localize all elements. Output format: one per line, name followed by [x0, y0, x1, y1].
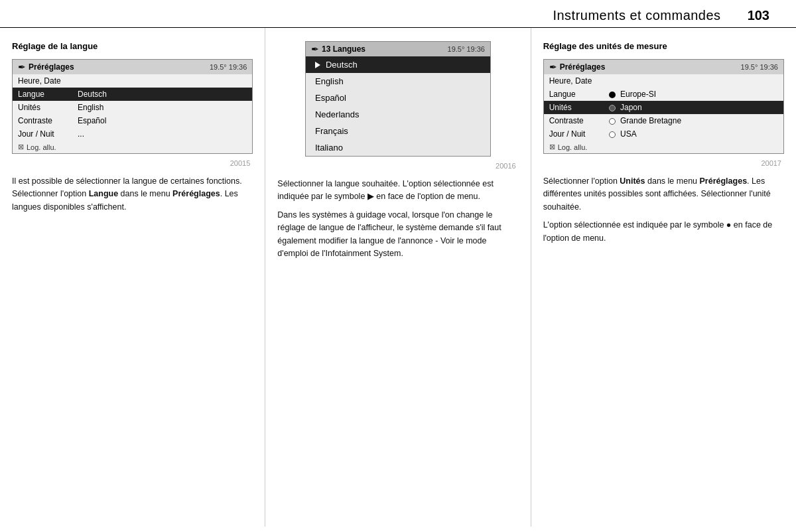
units-screen-icon: ✒ — [549, 62, 557, 72]
lang-screen-header: ✒ 13 Langues 19.5° 19:36 — [306, 42, 490, 56]
col1-body-para: Il est possible de sélectionner la langu… — [12, 175, 253, 214]
lang-item-francais: Français — [306, 123, 490, 139]
units-screen-title: Préréglages — [560, 62, 741, 72]
screen1-row1-label: Heure, Date — [18, 76, 71, 86]
screen1-row2-value: Deutsch — [78, 90, 107, 99]
units-row3-value: Japon — [609, 103, 642, 112]
lang-label-english: English — [315, 76, 344, 86]
play-icon-deutsch — [315, 62, 320, 68]
screen1-row-1: Heure, Date — [13, 74, 252, 88]
page-number: 103 — [748, 8, 769, 23]
screen1-image-number: 20015 — [12, 158, 253, 168]
screen1-header: ✒ Préréglages 19.5° 19:36 — [13, 60, 252, 74]
radio-filled-icon — [609, 92, 616, 98]
radio-empty-usa — [609, 131, 616, 138]
lang-screen-icon: ✒ — [311, 44, 319, 54]
lang-item-deutsch: Deutsch — [306, 56, 490, 73]
units-log-icon: ⊠ — [549, 143, 555, 151]
screen1-row5-value: ... — [78, 129, 84, 139]
screen1-row4-label: Contraste — [18, 116, 71, 125]
page-title: Instruments et commandes — [553, 8, 720, 23]
lang-label-deutsch: Deutsch — [326, 60, 358, 70]
screen1-row-3: Unités English — [13, 101, 252, 114]
column-1: Réglage de la langue ✒ Préréglages 19.5°… — [0, 28, 265, 527]
units-screen-image-number: 20017 — [543, 158, 784, 168]
col3-body: Sélectionner l'option Unités dans le men… — [543, 175, 784, 245]
units-row2-label: Langue — [549, 90, 602, 99]
radio-empty-japon — [609, 105, 616, 111]
col3-body-para-2: L'option sélectionnée est indiquée par l… — [543, 219, 784, 245]
screen1-row4-value: Español — [78, 116, 106, 125]
lang-label-italiano: Italiano — [315, 143, 343, 153]
lang-item-espanol: Español — [306, 90, 490, 106]
units-row4-value: Grande Bretagne — [609, 116, 681, 125]
screen1-row3-value: English — [78, 103, 103, 112]
units-screen: ✒ Préréglages 19.5° 19:36 Heure, Date La… — [543, 59, 784, 154]
units-row3-label: Unités — [549, 103, 602, 112]
lang-label-espanol: Español — [315, 93, 346, 103]
lang-item-nederlands: Nederlands — [306, 106, 490, 123]
units-row-2: Langue Europe-SI — [544, 88, 783, 101]
screen1-icon: ✒ — [18, 62, 26, 72]
col2-body-para-1: Sélectionner la langue souhaitée. L'opti… — [277, 178, 518, 204]
lang-label-francais: Français — [315, 126, 348, 136]
lang-item-english: English — [306, 73, 490, 90]
page-header: Instruments et commandes 103 — [0, 0, 796, 28]
screen1-info: 19.5° 19:36 — [210, 63, 247, 71]
section-heading-3: Réglage des unités de mesure — [543, 41, 784, 51]
units-row-1: Heure, Date — [544, 74, 783, 88]
units-row5-value: USA — [609, 129, 637, 139]
col2-body: Sélectionner la langue souhaitée. L'opti… — [277, 178, 518, 260]
units-log-row: ⊠ Log. allu. — [544, 141, 783, 153]
units-row-4: Contraste Grande Bretagne — [544, 114, 783, 127]
col2-body-para-2: Dans les systèmes à guidage vocal, lorsq… — [277, 209, 518, 261]
screen1-row2-label: Langue — [18, 90, 71, 99]
col3-body-para-1: Sélectionner l'option Unités dans le men… — [543, 175, 784, 214]
units-row4-label: Contraste — [549, 116, 602, 125]
screen1-row-4: Contraste Español — [13, 114, 252, 127]
main-content: Réglage de la langue ✒ Préréglages 19.5°… — [0, 28, 796, 527]
screen-1: ✒ Préréglages 19.5° 19:36 Heure, Date La… — [12, 59, 253, 154]
units-row-5: Jour / Nuit USA — [544, 127, 783, 141]
lang-label-nederlands: Nederlands — [315, 109, 360, 119]
units-row2-value: Europe-SI — [609, 90, 656, 99]
screen1-log-label: Log. allu. — [27, 143, 56, 151]
section-heading-1: Réglage de la langue — [12, 41, 253, 51]
units-row1-label: Heure, Date — [549, 76, 602, 86]
units-row-3: Unités Japon — [544, 101, 783, 114]
screen1-row-5: Jour / Nuit ... — [13, 127, 252, 141]
lang-screen-title: 13 Langues — [322, 44, 448, 54]
lang-item-italiano: Italiano — [306, 139, 490, 156]
lang-screen-image-number: 20016 — [277, 161, 518, 171]
column-3: Réglage des unités de mesure ✒ Préréglag… — [531, 28, 796, 527]
units-screen-header: ✒ Préréglages 19.5° 19:36 — [544, 60, 783, 74]
col1-body-text: Il est possible de sélectionner la langu… — [12, 175, 253, 214]
screen1-row5-label: Jour / Nuit — [18, 129, 71, 139]
radio-empty-bretagne — [609, 118, 616, 125]
units-screen-info: 19.5° 19:36 — [741, 63, 778, 71]
screen1-log-icon: ⊠ — [18, 143, 24, 151]
screen1-row3-label: Unités — [18, 103, 71, 112]
screen1-title: Préréglages — [29, 62, 210, 72]
lang-screen-info: 19.5° 19:36 — [448, 45, 485, 53]
units-row5-label: Jour / Nuit — [549, 129, 602, 139]
screen1-log-row: ⊠ Log. allu. — [13, 141, 252, 153]
column-2: ✒ 13 Langues 19.5° 19:36 Deutsch English… — [265, 28, 531, 527]
units-log-label: Log. allu. — [558, 143, 588, 151]
lang-screen: ✒ 13 Langues 19.5° 19:36 Deutsch English… — [305, 41, 491, 157]
screen1-row-2: Langue Deutsch — [13, 88, 252, 101]
